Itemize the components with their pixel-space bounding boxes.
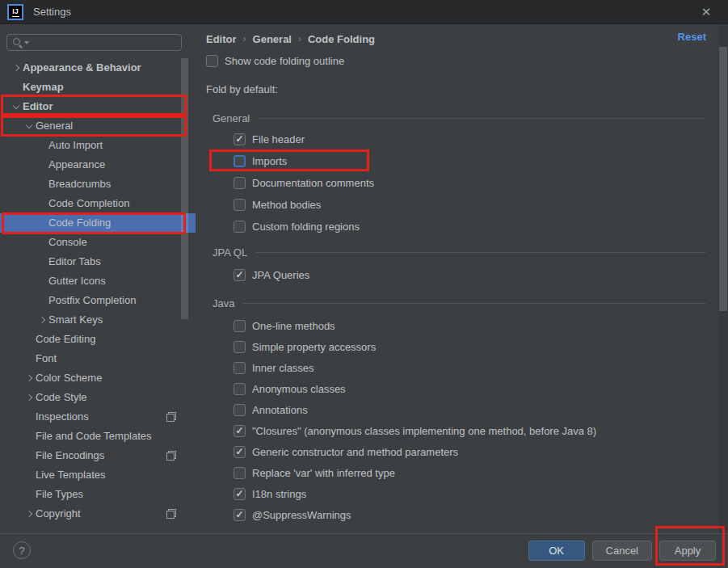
sidebar-item-live-templates[interactable]: Live Templates: [0, 465, 196, 485]
sidebar-item-appearance-behavior[interactable]: Appearance & Behavior: [0, 58, 196, 78]
cancel-button[interactable]: Cancel: [592, 541, 652, 561]
checkbox-label: JPA Queries: [252, 269, 309, 281]
sidebar-item-console[interactable]: Console: [0, 233, 196, 252]
suppresswarnings-checkbox[interactable]: ✓: [234, 509, 246, 521]
checkbox-label: Method bodies: [252, 199, 321, 211]
replace-var-row[interactable]: ✓ Replace 'var' with inferred type: [234, 462, 395, 483]
search-icon: [12, 37, 23, 48]
sidebar-item-general[interactable]: General: [0, 116, 196, 136]
simple-property-accessors-row[interactable]: ✓ Simple property accessors: [234, 336, 376, 357]
method-bodies-checkbox[interactable]: ✓: [234, 199, 246, 211]
anonymous-classes-row[interactable]: ✓ Anonymous classes: [234, 378, 346, 399]
chevron-down-icon: [13, 102, 19, 108]
apply-button[interactable]: Apply: [659, 541, 716, 561]
sidebar-item-copyright[interactable]: Copyright: [0, 504, 196, 524]
checkbox-label: "Closures" (anonymous classes implementi…: [252, 425, 596, 437]
anonymous-classes-checkbox[interactable]: ✓: [234, 383, 246, 395]
sidebar-item-gutter-icons[interactable]: Gutter Icons: [0, 271, 196, 291]
breadcrumb: Editor › General › Code Folding: [206, 31, 375, 47]
sidebar-item-code-completion[interactable]: Code Completion: [0, 194, 196, 213]
title-bar: IJ Settings ✕: [0, 0, 728, 24]
sidebar-item-label: General: [36, 116, 196, 136]
fold-by-default-label: Fold by default:: [206, 79, 278, 100]
jpa-queries-checkbox[interactable]: ✓: [234, 269, 246, 281]
sidebar-item-label: Appearance: [48, 155, 196, 175]
simple-property-accessors-checkbox[interactable]: ✓: [234, 341, 246, 353]
suppresswarnings-row[interactable]: ✓ @SuppressWarnings: [234, 504, 351, 525]
sidebar-item-code-editing[interactable]: Code Editing: [0, 330, 196, 349]
inner-classes-row[interactable]: ✓ Inner classes: [234, 357, 314, 378]
sidebar-item-label: Copyright: [36, 504, 166, 524]
documentation-comments-row[interactable]: ✓ Documentation comments: [234, 172, 374, 193]
imports-row[interactable]: ✓ Imports: [234, 150, 287, 171]
generic-constructor-row[interactable]: ✓ Generic constructor and method paramet…: [234, 441, 458, 462]
i18n-strings-checkbox[interactable]: ✓: [234, 488, 246, 500]
sidebar-item-label: Code Style: [36, 388, 196, 407]
file-header-row[interactable]: ✓ File header: [234, 128, 305, 149]
sidebar-item-label: Console: [48, 233, 196, 252]
sidebar-item-label: Editor: [23, 97, 196, 116]
checkbox-label: @SuppressWarnings: [252, 509, 351, 521]
sidebar-item-label: File Types: [36, 485, 196, 504]
sidebar-item-color-scheme[interactable]: Color Scheme: [0, 368, 196, 388]
checkbox-label: Anonymous classes: [252, 383, 346, 395]
jpa-queries-row[interactable]: ✓ JPA Queries: [234, 264, 309, 285]
checkbox-label: File header: [252, 133, 305, 145]
sidebar-item-postfix-completion[interactable]: Postfix Completion: [0, 291, 196, 310]
main-scrollbar-thumb[interactable]: [719, 47, 727, 311]
dialog-footer: ? OK Cancel Apply: [0, 533, 728, 568]
closures-checkbox[interactable]: ✓: [234, 425, 246, 437]
method-bodies-row[interactable]: ✓ Method bodies: [234, 194, 321, 215]
breadcrumb-general[interactable]: General: [253, 33, 292, 45]
breadcrumb-code-folding: Code Folding: [308, 33, 375, 45]
sidebar-item-editor-tabs[interactable]: Editor Tabs: [0, 252, 196, 271]
show-outline-row[interactable]: ✓ Show code folding outline: [206, 50, 344, 71]
sidebar-item-file-types[interactable]: File Types: [0, 485, 196, 504]
generic-constructor-checkbox[interactable]: ✓: [234, 446, 246, 458]
inner-classes-checkbox[interactable]: ✓: [234, 362, 246, 374]
checkbox-label: Inner classes: [252, 362, 314, 374]
sidebar-item-appearance[interactable]: Appearance: [0, 155, 196, 175]
settings-search-box[interactable]: [6, 34, 182, 51]
code-folding-panel: Editor › General › Code Folding Reset ✓ …: [196, 24, 728, 533]
checkbox-label: Custom folding regions: [252, 221, 360, 233]
ok-button[interactable]: OK: [528, 541, 585, 561]
custom-folding-regions-row[interactable]: ✓ Custom folding regions: [234, 216, 360, 237]
sidebar-item-file-and-code-templates[interactable]: File and Code Templates: [0, 427, 196, 446]
sidebar-item-breadcrumbs[interactable]: Breadcrumbs: [0, 175, 196, 194]
help-icon[interactable]: ?: [13, 541, 31, 559]
sidebar-item-editor[interactable]: Editor: [0, 97, 196, 116]
reset-link[interactable]: Reset: [678, 31, 706, 43]
sidebar-item-font[interactable]: Font: [0, 349, 196, 368]
section-header-general: General: [213, 107, 706, 128]
one-line-methods-checkbox[interactable]: ✓: [234, 320, 246, 332]
one-line-methods-row[interactable]: ✓ One-line methods: [234, 315, 335, 336]
sidebar-scrollbar-thumb[interactable]: [181, 58, 188, 319]
documentation-comments-checkbox[interactable]: ✓: [234, 177, 246, 189]
section-divider: [242, 303, 706, 304]
sidebar-item-label: Code Editing: [36, 330, 196, 349]
i18n-strings-row[interactable]: ✓ I18n strings: [234, 483, 306, 504]
annotations-checkbox[interactable]: ✓: [234, 404, 246, 416]
file-header-checkbox[interactable]: ✓: [234, 133, 246, 145]
show-outline-checkbox[interactable]: ✓: [206, 55, 218, 67]
close-icon[interactable]: ✕: [697, 3, 715, 21]
search-input[interactable]: [31, 35, 181, 50]
sidebar-item-keymap[interactable]: Keymap: [0, 78, 196, 97]
section-title: JPA QL: [213, 246, 247, 259]
imports-checkbox[interactable]: ✓: [234, 155, 246, 167]
sidebar-item-code-folding[interactable]: Code Folding: [0, 213, 196, 233]
sidebar-item-label: Live Templates: [36, 465, 196, 485]
project-settings-icon: [166, 412, 176, 422]
closures-row[interactable]: ✓ "Closures" (anonymous classes implemen…: [234, 420, 596, 441]
custom-folding-regions-checkbox[interactable]: ✓: [234, 221, 246, 233]
sidebar-item-inspections[interactable]: Inspections: [0, 407, 196, 427]
breadcrumb-separator: ›: [243, 33, 246, 44]
breadcrumb-editor[interactable]: Editor: [206, 33, 237, 45]
annotations-row[interactable]: ✓ Annotations: [234, 399, 308, 420]
sidebar-item-smart-keys[interactable]: Smart Keys: [0, 310, 196, 330]
replace-var-checkbox[interactable]: ✓: [234, 467, 246, 479]
sidebar-item-auto-import[interactable]: Auto Import: [0, 136, 196, 155]
sidebar-item-code-style[interactable]: Code Style: [0, 388, 196, 407]
sidebar-item-file-encodings[interactable]: File Encodings: [0, 446, 196, 465]
